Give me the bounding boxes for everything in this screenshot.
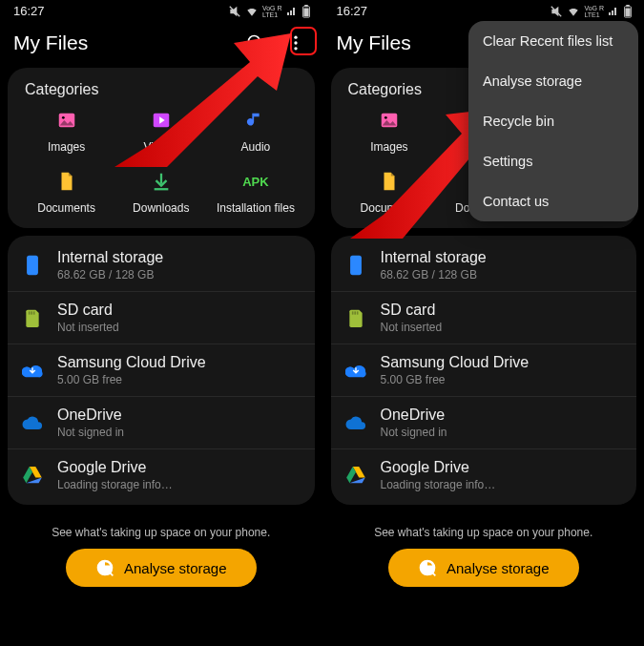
category-documents[interactable]: Documents (19, 169, 114, 215)
category-documents[interactable]: Documents (343, 169, 437, 215)
more-menu-button[interactable] (282, 30, 309, 56)
menu-recycle-bin[interactable]: Recycle bin (468, 101, 638, 141)
clock: 16:27 (13, 4, 45, 18)
storage-name: Google Drive (381, 459, 496, 476)
status-icons: VoG RLTE1 (228, 5, 311, 18)
svg-rect-35 (350, 256, 362, 275)
search-button[interactable] (242, 30, 269, 56)
svg-line-5 (258, 46, 261, 50)
category-label: Documents (37, 201, 95, 215)
kebab-icon (286, 33, 305, 52)
svg-point-10 (62, 116, 65, 119)
battery-icon (301, 5, 311, 18)
analyse-label: Analyse storage (447, 560, 550, 576)
search-icon (246, 33, 265, 52)
category-audio[interactable]: Audio (208, 108, 302, 154)
battery-icon (623, 5, 633, 18)
storage-name: Google Drive (57, 459, 173, 476)
phone-screen-right: 16:27 VoG RLTE1 My Files Categories Imag… (322, 0, 645, 646)
storage-name: Samsung Cloud Drive (57, 354, 206, 371)
analyse-storage-button[interactable]: Analyse storage (388, 549, 579, 587)
storage-sub: Not signed in (57, 426, 124, 439)
svg-point-30 (384, 116, 387, 119)
storage-google-drive[interactable]: Google Drive Loading storage info… (8, 448, 315, 501)
storage-sub: Loading storage info… (381, 478, 496, 491)
sd-icon (21, 306, 44, 329)
mute-icon (228, 5, 241, 18)
svg-rect-36 (351, 311, 353, 314)
hint-text: See what's taking up space on your phone… (323, 526, 645, 539)
storage-onedrive[interactable]: OneDrive Not signed in (8, 396, 315, 448)
storage-sub: 68.62 GB / 128 GB (381, 268, 487, 281)
status-bar: 16:27 VoG RLTE1 (323, 0, 645, 20)
category-downloads[interactable]: Downloads (114, 169, 208, 215)
page-title: My Files (337, 31, 411, 54)
svg-point-6 (294, 36, 297, 39)
wifi-icon (567, 5, 580, 18)
document-icon (377, 169, 402, 194)
status-icons: VoG RLTE1 (550, 5, 633, 18)
category-label: Images (48, 140, 85, 154)
analyse-icon (95, 558, 114, 577)
categories-title: Categories (25, 81, 303, 98)
svg-rect-2 (304, 5, 308, 7)
storage-sub: Not inserted (381, 321, 443, 334)
audio-icon (243, 108, 268, 133)
analyse-label: Analyse storage (124, 560, 227, 576)
network-label: VoG RLTE1 (584, 5, 604, 18)
svg-rect-27 (626, 5, 630, 7)
categories-grid: Images Videos Audio Documents DownloadsA… (19, 108, 303, 215)
category-label: Installation files (217, 201, 295, 215)
network-label: VoG RLTE1 (262, 5, 282, 18)
svg-rect-37 (354, 311, 356, 314)
category-label: Downloads (133, 201, 189, 215)
menu-settings[interactable]: Settings (468, 141, 638, 181)
category-installation-files[interactable]: APK Installation files (208, 169, 302, 215)
svg-rect-15 (27, 256, 38, 275)
sd-icon (344, 306, 367, 329)
cloud-icon (21, 359, 44, 382)
category-label: Videos (144, 140, 178, 154)
storage-samsung-cloud-drive[interactable]: Samsung Cloud Drive 5.00 GB free (331, 344, 637, 396)
category-label: Images (370, 140, 407, 154)
hint-text: See what's taking up space on your phone… (0, 526, 322, 539)
svg-point-4 (248, 36, 260, 48)
clock: 16:27 (337, 4, 368, 18)
storage-sub: Not inserted (57, 321, 119, 334)
storage-google-drive[interactable]: Google Drive Loading storage info… (331, 448, 637, 501)
menu-clear-recent-files-list[interactable]: Clear Recent files list (468, 21, 638, 61)
gdrive-icon (21, 464, 44, 487)
storage-sd-card[interactable]: SD card Not inserted (331, 291, 637, 344)
onedrive-icon (21, 411, 44, 434)
storage-sd-card[interactable]: SD card Not inserted (8, 291, 315, 344)
phone-screen-left: 16:27 VoG RLTE1 My Files Categories Imag… (0, 0, 322, 646)
analyse-icon (418, 558, 437, 577)
storage-name: OneDrive (381, 406, 447, 424)
category-label: Audio (241, 140, 271, 154)
svg-rect-18 (33, 311, 35, 314)
storage-onedrive[interactable]: OneDrive Not signed in (331, 396, 637, 448)
overflow-menu: Clear Recent files listAnalyse storageRe… (468, 21, 638, 221)
category-images[interactable]: Images (343, 108, 437, 154)
svg-rect-3 (303, 8, 308, 16)
menu-analyse-storage[interactable]: Analyse storage (468, 61, 638, 101)
app-header: My Files (0, 20, 322, 68)
category-images[interactable]: Images (19, 108, 114, 154)
storage-samsung-cloud-drive[interactable]: Samsung Cloud Drive 5.00 GB free (8, 344, 315, 396)
svg-line-23 (111, 573, 114, 576)
svg-line-43 (433, 573, 436, 576)
page-title: My Files (13, 31, 88, 54)
phone-icon (344, 254, 367, 277)
svg-rect-17 (31, 311, 32, 314)
image-icon (54, 108, 79, 133)
onedrive-icon (344, 411, 367, 434)
download-icon (149, 169, 174, 194)
storage-internal-storage[interactable]: Internal storage 68.62 GB / 128 GB (8, 240, 315, 291)
storage-internal-storage[interactable]: Internal storage 68.62 GB / 128 GB (331, 240, 637, 291)
menu-contact-us[interactable]: Contact us (468, 181, 638, 221)
categories-panel: Categories Images Videos Audio Documents… (8, 68, 315, 228)
analyse-storage-button[interactable]: Analyse storage (66, 549, 257, 587)
storage-sub: Not signed in (381, 426, 447, 439)
svg-rect-28 (625, 8, 630, 16)
category-videos[interactable]: Videos (114, 108, 208, 154)
